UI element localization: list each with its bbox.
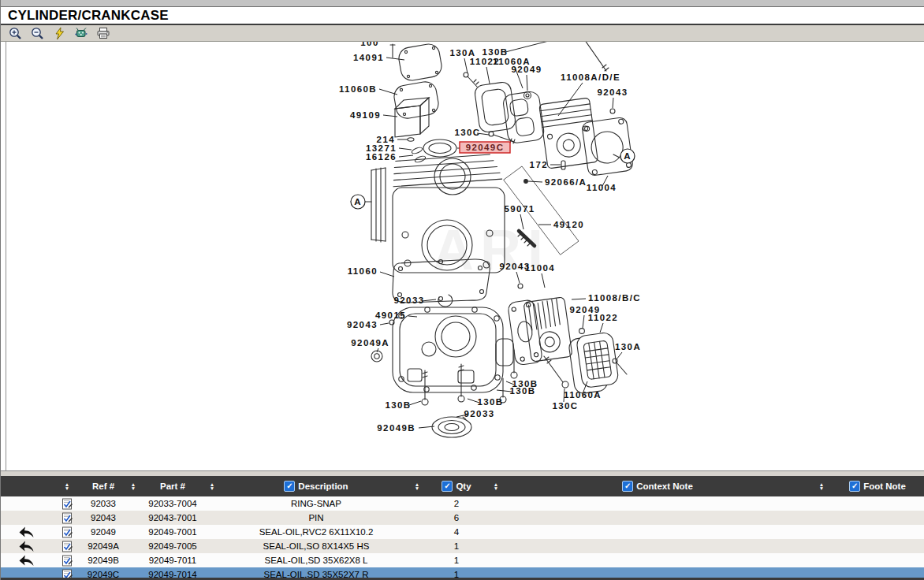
qty-cell: 6 — [423, 513, 490, 522]
part-label[interactable]: 130B — [385, 400, 411, 410]
part-label[interactable]: 11022 — [588, 313, 618, 322]
leader-line — [505, 42, 576, 52]
table-row[interactable]: 9203392033-7004RING-SNAP2 — [1, 496, 924, 511]
row-notes-button[interactable] — [51, 539, 83, 553]
print-icon — [96, 27, 110, 39]
part-label[interactable]: 59071 — [505, 204, 535, 214]
part-cell: 92049-7011 — [143, 556, 203, 565]
context-note-column-header: Context Note — [502, 481, 813, 492]
zoom-out-button[interactable] — [29, 26, 45, 40]
zoom-in-button[interactable] — [7, 26, 23, 40]
checked-checkbox[interactable] — [849, 481, 860, 492]
table-row[interactable]: 9204992049-7001SEAL-OIL,RVC2 6X11X10.24 — [1, 525, 924, 539]
sort-toggle-icon[interactable] — [203, 482, 222, 490]
part-label[interactable]: 11004 — [525, 263, 555, 273]
part-label[interactable]: 11060 — [348, 266, 378, 276]
sort-toggle-icon[interactable] — [124, 482, 143, 490]
parts-table-header: Ref # Part # Description Qty Context Not… — [1, 476, 924, 496]
zoom-out-icon — [31, 27, 44, 40]
row-arrow-cell[interactable] — [1, 525, 51, 539]
sort-toggle-icon[interactable] — [51, 482, 83, 490]
part-label[interactable]: 92049A — [351, 338, 389, 348]
notes-icon — [61, 555, 73, 567]
leader-line — [527, 75, 527, 91]
table-row[interactable]: 92049B92049-7011SEAL-OIL,SD 35X62X8 L1 — [1, 553, 924, 567]
part-label[interactable]: 14091 — [353, 53, 384, 62]
leader-line — [464, 58, 468, 73]
row-notes-button[interactable] — [51, 496, 83, 511]
part-label[interactable]: 92043 — [598, 87, 628, 97]
part-label[interactable]: 130B — [477, 397, 503, 407]
part-label[interactable]: 11004 — [587, 183, 617, 192]
part-label[interactable]: 92033 — [394, 296, 425, 305]
description-cell: RING-SNAP — [222, 499, 411, 508]
part-label[interactable]: 49109 — [350, 110, 381, 120]
qty-cell: 1 — [423, 556, 490, 565]
leader-line — [613, 98, 613, 108]
leader-line — [528, 181, 542, 182]
sort-toggle-icon[interactable] — [813, 482, 830, 490]
print-button[interactable] — [95, 26, 111, 40]
table-row[interactable]: 9204392043-7001PIN6 — [1, 511, 924, 525]
part-label[interactable]: 16126 — [366, 152, 397, 162]
leader-line — [600, 323, 603, 333]
part-label[interactable]: 130B — [482, 47, 508, 57]
leader-line — [572, 299, 586, 299]
part-cell: 92033-7004 — [143, 499, 203, 508]
notes-icon — [61, 512, 73, 524]
parts-diagram[interactable]: ARI — [1, 42, 924, 471]
row-notes-button[interactable] — [51, 553, 83, 567]
part-label[interactable]: 172 — [530, 160, 548, 169]
row-arrow-cell[interactable] — [1, 539, 51, 553]
part-label[interactable]: 92033 — [464, 409, 495, 418]
supersession-arrow-icon — [17, 554, 35, 567]
description-cell: SEAL-OIL,RVC2 6X11X10.2 — [222, 527, 411, 537]
row-notes-button[interactable] — [51, 511, 83, 525]
part-label[interactable]: 130A — [615, 342, 641, 351]
qty-cell: 1 — [423, 541, 490, 551]
row-notes-button[interactable] — [51, 525, 83, 539]
part-label[interactable]: A — [624, 151, 632, 161]
part-label[interactable]: 92066/A — [545, 177, 587, 187]
checked-checkbox[interactable] — [442, 481, 453, 492]
part-label[interactable]: 11060B — [339, 84, 377, 94]
lightning-button[interactable] — [51, 26, 67, 40]
leader-line — [399, 155, 413, 157]
qty-column-header: Qty — [423, 481, 490, 492]
checked-checkbox[interactable] — [622, 481, 633, 492]
part-label[interactable]: 130C — [552, 401, 578, 411]
part-label[interactable]: 130B — [509, 386, 535, 396]
parts-catalog-window: { "window": { "title": "CYLINDER/CRANKCA… — [0, 0, 924, 580]
description-cell: PIN — [222, 513, 411, 522]
part-cell: 92043-7001 — [143, 513, 203, 522]
part-label-highlighted[interactable]: 92049C — [466, 143, 505, 152]
ref-column-header: Ref # — [83, 481, 124, 491]
part-label[interactable]: 92049B — [377, 423, 415, 433]
sort-toggle-icon[interactable] — [490, 482, 502, 490]
part-label[interactable]: 49120 — [553, 220, 584, 229]
part-label[interactable]: 100 — [360, 42, 378, 47]
leader-line — [486, 67, 490, 84]
part-label[interactable]: 92049 — [512, 65, 542, 74]
leader-line — [617, 352, 622, 359]
part-label[interactable]: 92043 — [347, 320, 378, 329]
ref-cell: 92033 — [83, 499, 124, 508]
table-row[interactable]: 92049A92049-7005SEAL-OIL,SO 8X14X5 HS1 — [1, 539, 924, 553]
part-label[interactable]: 11008/B/C — [588, 293, 641, 303]
part-label[interactable]: 130C — [454, 128, 480, 137]
part-label[interactable]: 11060A — [564, 390, 602, 400]
supersession-arrow-icon — [17, 540, 35, 552]
parts-table: Ref # Part # Description Qty Context Not… — [1, 476, 924, 580]
foot-note-column-header: Foot Note — [830, 481, 924, 492]
sort-toggle-icon[interactable] — [411, 482, 423, 490]
checked-checkbox[interactable] — [284, 481, 295, 492]
notes-icon — [61, 541, 73, 552]
part-label[interactable]: A — [354, 197, 362, 206]
row-arrow-cell[interactable] — [1, 553, 51, 567]
qty-cell: 4 — [423, 527, 490, 537]
hotspots-button[interactable] — [73, 26, 89, 40]
part-label[interactable]: 11008A/D/E — [561, 72, 620, 82]
qty-cell: 2 — [423, 499, 490, 508]
part-label[interactable]: 49015 — [375, 310, 406, 320]
parts-table-body: 9203392033-7004RING-SNAP29204392043-7001… — [1, 496, 924, 580]
